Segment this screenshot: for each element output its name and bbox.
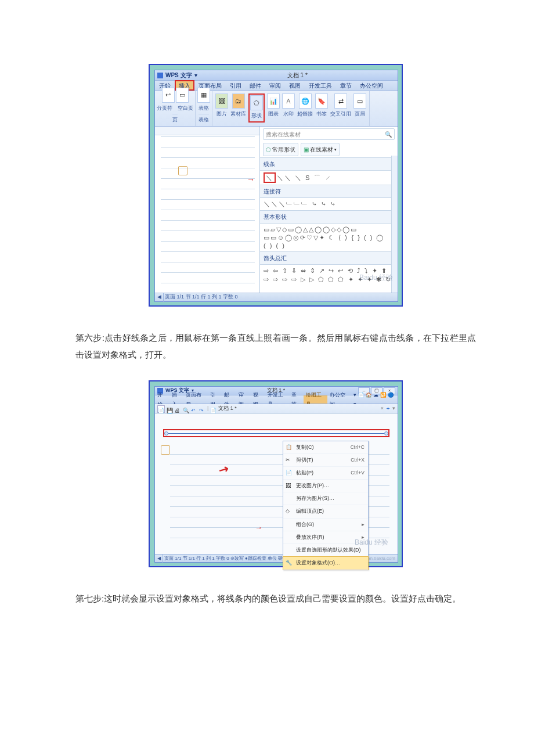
- watermark-icon[interactable]: A: [282, 93, 295, 109]
- tab-view[interactable]: 视图: [251, 395, 265, 404]
- tab-office-space[interactable]: 办公空间: [327, 395, 351, 404]
- wps-window: WPS 文字 ▾ 文档 1 * 开始 插入 页面布局 引用 邮件 审阅 视图 开…: [154, 70, 398, 302]
- online-assets-button[interactable]: ▣在线素材▾: [301, 143, 340, 156]
- undo-icon[interactable]: ↶: [191, 406, 197, 412]
- tab-review[interactable]: 审阅: [236, 395, 251, 404]
- ctx-group[interactable]: 组合(G)▸: [283, 519, 368, 531]
- ribbon-group-label: 表格: [199, 114, 209, 125]
- ctx-format-object[interactable]: 🔧设置对象格式(O)…: [283, 557, 368, 570]
- ribbon-label: 表格: [199, 103, 209, 113]
- doc-icon[interactable]: 📄: [210, 406, 217, 412]
- title-bar: WPS 文字 ▾ 文档 1 *: [155, 70, 398, 81]
- ctx-copy[interactable]: 📋复制(C)Ctrl+C: [283, 441, 368, 454]
- header-icon[interactable]: ▭: [353, 93, 366, 109]
- status-bar: ◀ 页面 1/1 节 1/1 行 1 列 1 字数 0: [155, 293, 398, 301]
- search-icon: 🔍: [385, 129, 392, 140]
- crossref-icon[interactable]: ⇄: [334, 93, 347, 109]
- ribbon-label: 分页符: [157, 103, 172, 113]
- shapes-icon[interactable]: ⬠: [250, 95, 263, 110]
- wps-window-2: WPS 文字 ▾ 文档 1 * – ▢ × 开始 插入 页面布局 引用 邮件 审…: [154, 386, 398, 563]
- blank-page-icon[interactable]: ▭: [176, 88, 189, 103]
- ribbon-tabs: 开始 插入 页面布局 引用 邮件 审阅 视图 开发工具 章节 绘图工具 办公空间…: [155, 395, 398, 404]
- figure-1-wps-insert-shapes: WPS 文字 ▾ 文档 1 * 开始 插入 页面布局 引用 邮件 审阅 视图 开…: [149, 64, 403, 307]
- ribbon-group-table: ▦ 表格 表格: [196, 91, 212, 126]
- paste-icon: 📄: [286, 468, 293, 475]
- shape-row-arrows[interactable]: ⇨ ⇦ ⇧ ⇩ ⇔ ⇕ ↗ ↪ ↩ ⟲ ⤴ ⤵ ✦ ⬆ ⇨ ⇨ ⇨ ⇨ ▷ ▷ …: [260, 265, 398, 285]
- page-break-icon[interactable]: ↩: [162, 88, 175, 103]
- ribbon-group-page: ↩ ▭ 分页符 空白页 页: [155, 91, 196, 126]
- tab-dev-tools[interactable]: 开发工具: [305, 81, 336, 91]
- ctx-save-as-pic[interactable]: 另存为图片(S)…: [283, 492, 368, 505]
- ctx-paste[interactable]: 📄粘贴(P)Ctrl+V: [283, 467, 368, 480]
- shape-row-basic[interactable]: ▭▱▽◇▭◯△△◯◯◇◇◯▭ ▭▭☺◯◎⟳♡▽✦ ☾ ⟨ ⟩ { } ( ) ◯…: [260, 224, 398, 252]
- app-name: WPS 文字: [165, 70, 192, 81]
- figure-2-context-menu: WPS 文字 ▾ 文档 1 * – ▢ × 开始 插入 页面布局 引用 邮件 审…: [149, 380, 403, 567]
- bookmark-icon[interactable]: 🔖: [315, 93, 328, 109]
- document-pane: ↗ ↗ →: [155, 127, 260, 293]
- ribbon-group-label: 页: [172, 114, 178, 125]
- tab-add-icon[interactable]: ＋: [385, 404, 391, 413]
- quick-access-toolbar: 📄 💾 🖨 🔍 ↶ ↷ | 📄 文档 1 * × ＋ ▾: [155, 404, 398, 414]
- wps-logo-icon: [157, 73, 163, 78]
- drawn-line-object[interactable]: [163, 429, 389, 437]
- shape-row-connectors[interactable]: ＼＼＼﹂﹂﹂ ⤷ ⤷ ⤷: [260, 198, 398, 210]
- shape-row-lines[interactable]: ＼＼＼ ＼ S ⌒ ⟋: [260, 171, 398, 185]
- baidu-watermark: Baidu 经验: [355, 536, 388, 549]
- line-tool-highlight[interactable]: ＼: [264, 172, 276, 183]
- ribbon-label: 空白页: [178, 103, 193, 113]
- ctx-change-pic[interactable]: 🖼更改图片(P)…: [283, 480, 368, 492]
- ctx-edit-points[interactable]: ◇编辑顶点(E): [283, 505, 368, 518]
- step-7-paragraph: 第七步:这时就会显示设置对象格式，将线条内的颜色设置成自己需要设置的颜色。设置好…: [75, 591, 476, 607]
- tab-mail[interactable]: 邮件: [222, 395, 236, 404]
- document-title: 文档 1 *: [200, 70, 395, 81]
- new-icon[interactable]: 📄: [157, 405, 165, 413]
- common-shapes-button[interactable]: ⬠常用形状: [263, 143, 298, 156]
- redo-icon[interactable]: ↷: [199, 406, 205, 412]
- tab-insert[interactable]: 插入: [169, 395, 184, 404]
- tab-drawing-tools[interactable]: 绘图工具: [304, 395, 327, 404]
- annotation-arrow-icon: →: [247, 172, 255, 188]
- save-icon[interactable]: 💾: [167, 406, 173, 412]
- search-input[interactable]: 搜索在线素材 🔍: [263, 128, 395, 140]
- status-text: 页面 1/1 节 1/1 行 1 列 1 字数 0 ⊘改写 ●跟踪检查 单位 磅: [164, 554, 283, 563]
- tab-references[interactable]: 引用: [208, 395, 222, 404]
- annotation-arrow-icon: →: [255, 521, 262, 535]
- scrollbar[interactable]: [391, 156, 398, 293]
- context-menu: 📋复制(C)Ctrl+C ✂剪切(T)Ctrl+X 📄粘贴(P)Ctrl+V 🖼…: [283, 441, 369, 570]
- table-icon[interactable]: ▦: [197, 88, 210, 103]
- step-6-paragraph: 第六步:点击好线条之后，用鼠标在第一条直线上照着画一条。然后用鼠标右键点击线条，…: [75, 330, 476, 363]
- picture-icon[interactable]: 🖼: [215, 93, 228, 109]
- ctx-cut[interactable]: ✂剪切(T)Ctrl+X: [283, 454, 368, 467]
- ruler: [155, 127, 259, 135]
- chevron-right-icon: ▸: [362, 520, 365, 530]
- qat-doc-name: 文档 1 *: [218, 404, 237, 413]
- library-icon[interactable]: 🗂: [232, 93, 245, 109]
- tab-chapter[interactable]: 章节: [289, 395, 304, 404]
- tab-chapter[interactable]: 章节: [336, 81, 356, 91]
- document-area: ↗ → 📋复制(C)Ctrl+C ✂剪切(T)Ctrl+X 📄粘贴(P)Ctrl…: [155, 414, 398, 554]
- copy-icon: 📋: [286, 442, 293, 449]
- ribbon: ↩ ▭ 分页符 空白页 页 ▦ 表格 表格: [155, 91, 398, 127]
- format-icon: 🔧: [286, 558, 293, 565]
- ribbon-tabs: 开始 插入 页面布局 引用 邮件 审阅 视图 开发工具 章节 办公空间: [155, 81, 398, 91]
- page-seal-icon: [178, 166, 187, 175]
- tab-references[interactable]: 引用: [226, 81, 246, 91]
- tab-page-layout[interactable]: 页面布局: [183, 395, 207, 404]
- print-icon[interactable]: 🖨: [175, 406, 181, 412]
- tab-dev-tools[interactable]: 开发工具: [265, 395, 289, 404]
- preview-icon[interactable]: 🔍: [183, 406, 189, 412]
- cut-icon: ✂: [286, 455, 293, 462]
- tab-view[interactable]: 视图: [285, 81, 305, 91]
- chart-icon[interactable]: 📊: [267, 93, 280, 109]
- tab-close-icon[interactable]: ×: [381, 404, 384, 413]
- tab-review[interactable]: 审阅: [265, 81, 285, 91]
- category-arrows: 箭头总汇: [260, 251, 398, 265]
- hyperlink-icon[interactable]: 🌐: [299, 93, 312, 109]
- category-basic: 基本形状: [260, 210, 398, 224]
- sync-icons[interactable]: ▾ 📄 🏠 ☁ 🔁 🔵 ▾: [351, 395, 398, 404]
- category-connectors: 连接符: [260, 185, 398, 198]
- tab-mail[interactable]: 邮件: [246, 81, 265, 91]
- tab-start[interactable]: 开始: [155, 395, 169, 404]
- tab-office-space[interactable]: 办公空间: [356, 81, 387, 91]
- category-lines: 线条: [260, 157, 398, 171]
